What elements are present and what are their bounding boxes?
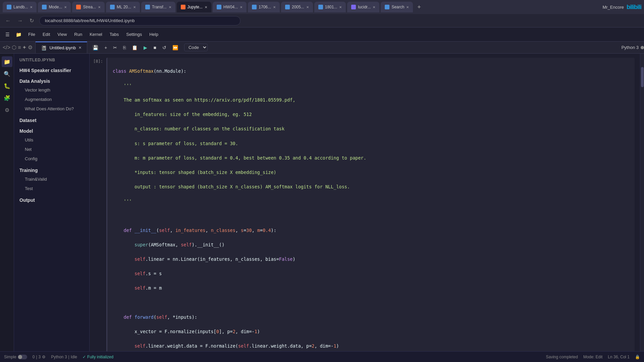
tab-close-11[interactable]: ✕	[373, 5, 375, 9]
sidebar-search-icon[interactable]: 🔍	[2, 68, 12, 79]
sidebar-settings-icon2[interactable]: ⚙	[2, 105, 12, 115]
sidebar-item-attention[interactable]: What Does Attention Do?	[15, 104, 88, 113]
reload-button[interactable]: ↻	[28, 16, 35, 25]
add-cell-button[interactable]: +	[102, 44, 110, 52]
tab-10[interactable]: 1801...✕	[314, 2, 346, 12]
menu-file[interactable]: File	[25, 31, 39, 38]
back-button[interactable]: ←	[4, 16, 12, 25]
tab-2[interactable]: Mode...✕	[38, 2, 71, 12]
tab-1[interactable]: Landb...✕	[3, 2, 37, 12]
tab-close-6[interactable]: ✕	[205, 5, 207, 9]
tab-close-12[interactable]: ✕	[406, 5, 409, 9]
address-input[interactable]: localhost:8888/lab/tree/ML/HW4/Untitled.…	[39, 16, 240, 25]
favicon-3	[76, 5, 81, 9]
sidebar-item-augmentation[interactable]: Augmentation	[15, 95, 88, 104]
notebook-tabbar: </> ⬡ ≡ ✦ ⚙ 📓 Untitled.ipynb ✕ 💾 + ✂ ⎘ 📋…	[0, 42, 644, 54]
list-icon[interactable]: ≡	[18, 45, 21, 51]
sidebar-section-hw4[interactable]: HW4 Speaker classifier	[14, 65, 89, 74]
menu-kernel[interactable]: Kernel	[86, 31, 106, 38]
status-right: Saving completed Mode: Edit Ln 36, Col 1…	[546, 355, 640, 359]
tab-label-11: lucidr...	[358, 5, 371, 9]
tab-close-1[interactable]: ✕	[30, 5, 33, 9]
paste-button[interactable]: 📋	[129, 44, 140, 52]
code-icon[interactable]: </>	[3, 45, 10, 51]
tab-7[interactable]: HW04...✕	[213, 2, 247, 12]
scrollbar-thumb[interactable]	[641, 67, 644, 87]
tab-close-5[interactable]: ✕	[169, 5, 171, 9]
cut-button[interactable]: ✂	[110, 44, 120, 52]
sidebar-item-trainvalid[interactable]: Train&Valid	[15, 175, 88, 184]
sidebar-item-utils[interactable]: Utils	[15, 135, 88, 144]
save-button[interactable]: 💾	[90, 44, 101, 52]
status-mode[interactable]: Simple	[4, 355, 27, 359]
sidebar-debug-icon[interactable]: 🐛	[2, 80, 12, 91]
sidebar-section-data[interactable]: Data Analysis	[14, 76, 89, 85]
restart-button[interactable]: ↺	[160, 44, 169, 52]
jupyter-icon[interactable]: ⬡	[12, 44, 16, 51]
section-output: Output	[14, 195, 89, 204]
code-area[interactable]: [8]: class AMSoftmax(nn.Module): ''' The…	[90, 54, 640, 351]
tab-close-9[interactable]: ✕	[306, 5, 309, 9]
code-line-5: n_classes: number of classes on the clas…	[113, 125, 629, 133]
notebook-tab-main[interactable]: 📓 Untitled.ipynb ✕	[36, 42, 87, 53]
status-kernel-name[interactable]: Python 3 | Idle	[51, 355, 77, 359]
kernel-idle: Idle	[71, 355, 77, 359]
tab-9[interactable]: 2005...✕	[281, 2, 313, 12]
tab-bar: Landb...✕ Mode...✕ Strea...✕ ML 20...✕ T…	[0, 0, 644, 14]
settings-icon[interactable]: ⚙	[28, 44, 33, 51]
cells-config-icon[interactable]: ⚙	[42, 355, 46, 359]
tab-8[interactable]: 1706...✕	[248, 2, 280, 12]
tab-4[interactable]: ML 20...✕	[106, 2, 140, 12]
menu-help[interactable]: Help	[146, 31, 162, 38]
menu-view[interactable]: View	[54, 31, 70, 38]
tab-close-2[interactable]: ✕	[64, 5, 67, 9]
menu-edit[interactable]: Edit	[39, 31, 53, 38]
cell-content[interactable]: class AMSoftmax(nn.Module): ''' The am s…	[106, 58, 635, 351]
sidebar-section-training[interactable]: Training	[14, 165, 89, 174]
tab-5[interactable]: Transf...✕	[141, 2, 175, 12]
tab-close-7[interactable]: ✕	[240, 5, 243, 9]
cell-type-select[interactable]: Code	[184, 44, 208, 51]
tab-11[interactable]: lucidr...✕	[347, 2, 379, 12]
fast-forward-button[interactable]: ⏩	[170, 44, 181, 52]
code-line-15: self.m = m	[113, 285, 629, 292]
menu-settings[interactable]: Settings	[123, 31, 145, 38]
tab-close-8[interactable]: ✕	[273, 5, 276, 9]
menu-tabs[interactable]: Tabs	[106, 31, 122, 38]
code-line-17: x_vector = F.normalize(inputs[0], p=2, d…	[113, 328, 629, 336]
code-cell: [8]: class AMSoftmax(nn.Module): ''' The…	[90, 56, 640, 351]
run-button[interactable]: ▶	[141, 44, 150, 52]
initialized-text: Fully initialized	[87, 355, 113, 359]
tab-6[interactable]: Jupyte...✕	[177, 2, 211, 12]
code-line-7: m: m parameter of loss, standard = 0.4, …	[113, 155, 629, 162]
tab-label-8: 1706...	[259, 5, 271, 9]
interrupt-button[interactable]: ■	[151, 44, 159, 52]
tab-close-10[interactable]: ✕	[339, 5, 342, 9]
sidebar-extensions-icon[interactable]: 🧩	[2, 93, 12, 103]
tab-close-4[interactable]: ✕	[133, 5, 136, 9]
tab-close-3[interactable]: ✕	[98, 5, 101, 9]
sidebar-item-vector-length[interactable]: Vector length	[15, 85, 88, 95]
mode-toggle[interactable]	[18, 355, 27, 359]
hamburger-icon[interactable]: ☰	[3, 31, 12, 39]
file-icon[interactable]: 📁	[13, 31, 24, 39]
new-tab-button[interactable]: +	[414, 2, 424, 12]
menu-run[interactable]: Run	[71, 31, 86, 38]
tab-label-9: 2005...	[292, 5, 304, 9]
copy-button[interactable]: ⎘	[120, 44, 128, 52]
notebook-tab-close[interactable]: ✕	[78, 46, 82, 50]
saving-status: Saving completed	[546, 355, 578, 359]
sidebar-files-icon[interactable]: 📁	[2, 56, 12, 67]
right-scrollbar[interactable]	[640, 54, 644, 351]
sidebar-item-test[interactable]: Test	[15, 184, 88, 193]
sidebar-item-net[interactable]: Net	[15, 145, 88, 154]
sidebar-section-model[interactable]: Model	[14, 126, 89, 135]
code-line-blank1	[113, 212, 629, 220]
sidebar-item-config[interactable]: Config	[15, 154, 88, 163]
forward-button[interactable]: →	[16, 16, 24, 25]
sidebar-section-dataset[interactable]: Dataset	[14, 115, 89, 124]
sidebar-section-output[interactable]: Output	[14, 195, 89, 204]
magic-icon[interactable]: ✦	[22, 44, 26, 51]
tab-12[interactable]: Search✕	[381, 2, 413, 12]
tab-3[interactable]: Strea...✕	[72, 2, 105, 12]
